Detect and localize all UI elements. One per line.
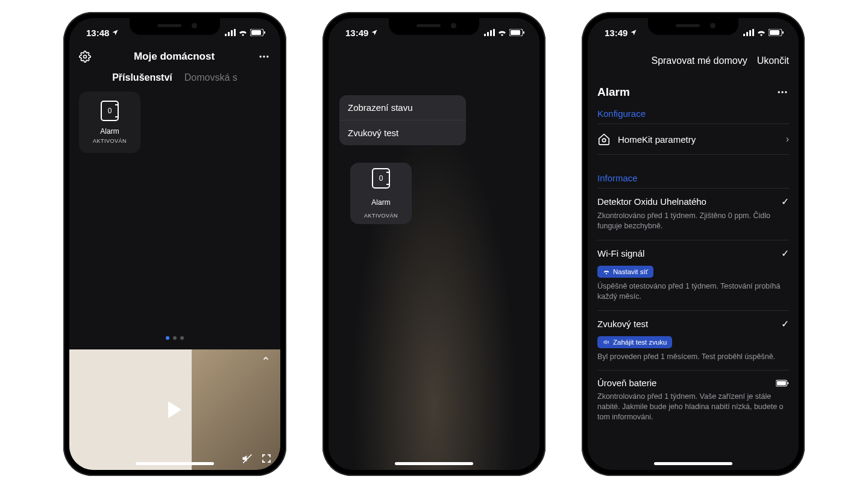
wifi-icon xyxy=(497,29,507,36)
battery-full-icon xyxy=(776,380,789,387)
chip-setup-network[interactable]: Nastavit síť xyxy=(597,266,653,278)
info-sound: Zvukový test ✓ Zahájit test zvuku Byl pr… xyxy=(597,311,789,371)
wifi-icon xyxy=(238,29,248,36)
status-time: 13:49 xyxy=(605,28,627,38)
check-icon: ✓ xyxy=(781,196,789,207)
svg-point-7 xyxy=(84,55,87,58)
svg-rect-14 xyxy=(490,30,492,36)
info-battery-desc: Zkontrolováno před 1 týdnem. Vaše zaříze… xyxy=(597,392,789,422)
sound-icon xyxy=(603,339,610,345)
tab-accessories[interactable]: Příslušenství xyxy=(112,72,172,83)
more-icon[interactable] xyxy=(776,86,789,98)
tab-home[interactable]: Domovská s xyxy=(184,72,237,83)
signal-icon xyxy=(484,29,495,36)
svg-point-26 xyxy=(778,91,780,93)
mute-icon[interactable] xyxy=(242,453,253,464)
chip-start-sound-test[interactable]: Zahájit test zvuku xyxy=(597,336,672,348)
svg-rect-17 xyxy=(511,30,520,35)
svg-rect-19 xyxy=(743,34,745,36)
header: Moje domácnost xyxy=(69,47,280,69)
svg-point-27 xyxy=(781,91,783,93)
home-indicator[interactable] xyxy=(136,462,214,465)
location-icon xyxy=(371,29,378,36)
menu-item-status[interactable]: Zobrazení stavu xyxy=(339,95,466,120)
notch xyxy=(130,18,220,35)
battery-icon xyxy=(250,29,266,36)
info-wifi-desc: Úspěšně otestováno před 1 týdnem. Testov… xyxy=(597,281,789,302)
info-wifi-title: Wi-Fi signál xyxy=(597,248,644,258)
svg-rect-5 xyxy=(251,30,261,35)
alarm-tile[interactable]: 0 Alarm AKTIVOVÁN xyxy=(79,92,140,153)
context-menu: Zobrazení stavu Zvukový test xyxy=(339,95,466,145)
home-indicator[interactable] xyxy=(654,462,732,465)
svg-rect-0 xyxy=(225,34,227,36)
info-sound-desc: Byl proveden před 1 měsícem. Test proběh… xyxy=(597,352,789,362)
svg-rect-12 xyxy=(484,34,486,36)
page-title: Moje domácnost xyxy=(134,51,215,63)
location-icon xyxy=(630,29,637,36)
screen-1: 13:48 Moje domácnost Příslušenství Domov… xyxy=(69,18,280,470)
section-config-label: Konfigurace xyxy=(597,102,789,124)
svg-point-10 xyxy=(266,55,268,57)
info-co-title: Detektor Oxidu Uhelnatého xyxy=(597,196,706,207)
chevron-right-icon: › xyxy=(786,134,789,145)
phone-frame-3: 13:49 Spravovat mé domovy Ukončit Alarm … xyxy=(582,12,805,476)
alarm-icon: 0 xyxy=(101,101,119,121)
row-homekit[interactable]: HomeKit parametry › xyxy=(597,124,789,155)
page-dots xyxy=(69,336,280,340)
info-co: Detektor Oxidu Uhelnatého ✓ Zkontrolován… xyxy=(597,188,789,240)
svg-rect-22 xyxy=(752,29,754,36)
chevron-up-icon[interactable] xyxy=(260,354,272,363)
camera-preview[interactable] xyxy=(69,349,280,470)
tabs: Příslušenství Domovská s xyxy=(69,69,280,92)
svg-point-9 xyxy=(263,55,265,57)
dot-2[interactable] xyxy=(173,336,177,340)
svg-rect-13 xyxy=(487,32,489,36)
gear-icon[interactable] xyxy=(79,51,91,63)
battery-icon xyxy=(509,29,525,36)
svg-rect-21 xyxy=(749,30,751,36)
menu-item-sound-test[interactable]: Zvukový test xyxy=(339,120,466,145)
tile-label: Alarm xyxy=(100,127,119,136)
status-time: 13:49 xyxy=(345,28,368,38)
home-icon xyxy=(597,133,611,146)
dot-1[interactable] xyxy=(166,336,169,340)
info-wifi: Wi-Fi signál ✓ Nastavit síť Úspěšně otes… xyxy=(597,240,789,311)
header: Spravovat mé domovy Ukončit xyxy=(588,47,799,72)
page-title: Alarm xyxy=(597,86,630,99)
svg-point-29 xyxy=(602,139,606,142)
info-sound-title: Zvukový test xyxy=(597,319,648,329)
location-icon xyxy=(112,29,119,36)
info-battery: Úroveň baterie Zkontrolováno před 1 týdn… xyxy=(597,371,789,431)
svg-rect-3 xyxy=(234,29,236,36)
svg-rect-32 xyxy=(787,382,788,384)
tile-label: Alarm xyxy=(371,198,390,207)
settings-content: Alarm Konfigurace HomeKit parametry › In… xyxy=(588,72,799,431)
svg-rect-24 xyxy=(770,30,779,35)
svg-rect-15 xyxy=(493,29,495,36)
svg-rect-25 xyxy=(782,31,784,34)
home-indicator[interactable] xyxy=(395,462,473,465)
wifi-icon xyxy=(756,29,766,36)
fullscreen-icon[interactable] xyxy=(261,453,272,464)
alarm-icon: 0 xyxy=(372,168,390,189)
signal-icon xyxy=(743,29,754,36)
screen-2: 13:49 0 Alarm AKTIVOVÁN Zobrazení stavu … xyxy=(329,18,539,470)
row-homekit-label: HomeKit parametry xyxy=(618,134,696,145)
context-popup: 0 Alarm AKTIVOVÁN Zobrazení stavu Zvukov… xyxy=(339,90,466,145)
play-icon[interactable] xyxy=(168,401,181,418)
screen-3: 13:49 Spravovat mé domovy Ukončit Alarm … xyxy=(588,18,799,470)
alarm-tile[interactable]: 0 Alarm AKTIVOVÁN xyxy=(350,163,412,224)
chip-setup-network-label: Nastavit síť xyxy=(613,268,648,275)
phone-frame-1: 13:48 Moje domácnost Příslušenství Domov… xyxy=(63,12,286,476)
svg-rect-31 xyxy=(777,381,786,385)
check-icon: ✓ xyxy=(781,248,789,259)
status-time: 13:48 xyxy=(86,28,109,38)
svg-point-28 xyxy=(785,91,787,93)
dot-3[interactable] xyxy=(180,336,184,340)
wifi-small-icon xyxy=(603,269,610,275)
more-icon[interactable] xyxy=(257,51,271,63)
section-info-label: Informace xyxy=(597,167,789,188)
nav-manage-homes[interactable]: Spravovat mé domovy xyxy=(651,55,747,66)
nav-done[interactable]: Ukončit xyxy=(757,55,789,66)
